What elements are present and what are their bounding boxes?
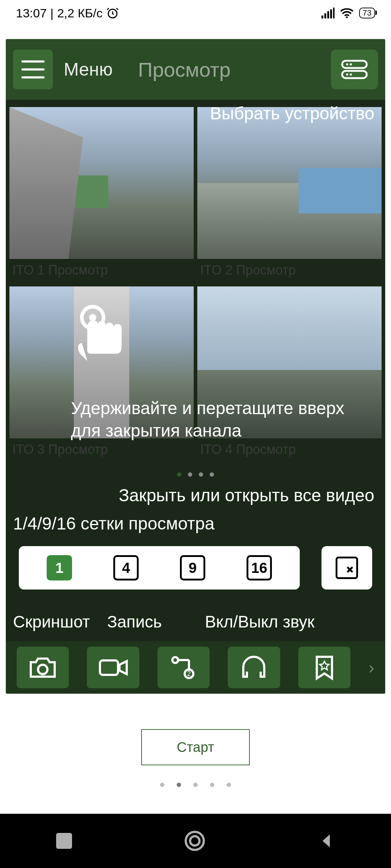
audio-button[interactable] bbox=[228, 647, 280, 688]
svg-rect-5 bbox=[333, 8, 335, 18]
hint-sound: Вкл/Выкл звук bbox=[205, 612, 315, 631]
start-button[interactable]: Старт bbox=[141, 729, 250, 765]
svg-point-13 bbox=[38, 665, 47, 674]
dot bbox=[188, 472, 192, 477]
favorite-button[interactable] bbox=[298, 647, 350, 688]
signal-icon bbox=[321, 8, 335, 18]
close-all-button[interactable] bbox=[321, 546, 372, 590]
android-nav-bar bbox=[0, 814, 391, 868]
camera-thumbnail bbox=[9, 107, 194, 259]
close-square-icon bbox=[336, 557, 358, 579]
camera-tile[interactable]: ITO 1 Просмотр bbox=[9, 107, 194, 283]
svg-rect-7 bbox=[342, 61, 367, 68]
video-icon bbox=[98, 658, 128, 678]
svg-text:2: 2 bbox=[187, 670, 191, 677]
svg-point-11 bbox=[346, 73, 348, 76]
stream-icon: 2 bbox=[170, 656, 197, 680]
hint-screenshot: Скриншот bbox=[13, 612, 90, 631]
record-button[interactable] bbox=[87, 647, 139, 688]
chevron-right-icon[interactable]: › bbox=[369, 658, 374, 677]
stream-quality-button[interactable]: 2 bbox=[157, 647, 210, 688]
action-bar: 2 › bbox=[6, 641, 385, 694]
svg-rect-14 bbox=[100, 660, 118, 675]
svg-point-12 bbox=[350, 73, 352, 76]
camera-label: ITO 1 Просмотр bbox=[9, 259, 194, 283]
svg-rect-8 bbox=[342, 71, 367, 78]
onboarding-dots bbox=[0, 783, 391, 787]
inner-page-dots bbox=[6, 472, 385, 477]
hint-hold-drag: Удерживайте и перетащите вверх для закры… bbox=[71, 397, 371, 442]
nav-recent-button[interactable] bbox=[56, 833, 72, 849]
device-list-icon bbox=[340, 59, 369, 80]
status-bar: 13:07 | 2,2 КБ/с bbox=[0, 0, 391, 26]
dot bbox=[177, 783, 181, 787]
dot bbox=[210, 472, 214, 477]
svg-rect-2 bbox=[324, 13, 326, 18]
dot bbox=[199, 472, 203, 477]
headphones-icon bbox=[240, 656, 268, 680]
camera-label: ITO 2 Просмотр bbox=[197, 259, 382, 283]
camera-icon bbox=[29, 656, 57, 679]
page-title: Просмотр bbox=[138, 58, 231, 81]
menu-button[interactable] bbox=[13, 50, 53, 89]
battery-pct: 73 bbox=[363, 8, 371, 18]
alarm-icon bbox=[106, 7, 119, 20]
dot bbox=[193, 783, 198, 787]
svg-point-15 bbox=[172, 657, 178, 663]
hint-close-open-all: Закрыть или открыть все видео bbox=[6, 485, 374, 505]
dot bbox=[160, 783, 164, 787]
svg-point-6 bbox=[346, 16, 348, 18]
screenshot-button[interactable] bbox=[17, 647, 69, 688]
menu-label: Меню bbox=[64, 59, 113, 80]
grid-4-button[interactable]: 4 bbox=[113, 555, 139, 580]
nav-back-button[interactable] bbox=[318, 832, 335, 850]
status-sep: | bbox=[50, 6, 54, 20]
svg-point-10 bbox=[350, 63, 352, 65]
svg-rect-3 bbox=[327, 11, 329, 18]
status-net-speed: 2,2 КБ/с bbox=[57, 6, 102, 20]
grid-9-button[interactable]: 9 bbox=[180, 555, 205, 580]
hint-record: Запись bbox=[107, 612, 162, 631]
status-right: 73 bbox=[321, 8, 375, 18]
dot bbox=[177, 472, 181, 477]
status-time: 13:07 bbox=[16, 6, 47, 20]
status-left: 13:07 | 2,2 КБ/с bbox=[16, 6, 119, 20]
grid-size-bar: 1 4 9 16 bbox=[19, 546, 372, 590]
grid-size-selector: 1 4 9 16 bbox=[19, 546, 300, 590]
wifi-icon bbox=[340, 8, 354, 18]
nav-home-button[interactable] bbox=[185, 831, 205, 851]
svg-rect-4 bbox=[330, 9, 332, 18]
svg-point-9 bbox=[346, 63, 348, 65]
camera-tile[interactable]: ITO 2 Просмотр bbox=[197, 107, 382, 283]
battery-icon: 73 bbox=[359, 8, 375, 18]
app-header: Меню Просмотр bbox=[6, 39, 385, 100]
svg-point-19 bbox=[89, 314, 96, 321]
camera-thumbnail bbox=[197, 107, 382, 259]
dot bbox=[227, 783, 231, 787]
start-button-label: Старт bbox=[177, 740, 214, 755]
device-list-button[interactable] bbox=[331, 50, 378, 89]
svg-rect-1 bbox=[321, 16, 323, 18]
grid-1-button[interactable]: 1 bbox=[47, 555, 72, 580]
dot bbox=[210, 783, 214, 787]
bookmark-star-icon bbox=[314, 655, 335, 681]
tap-hold-icon bbox=[67, 303, 125, 377]
hint-grid-sizes: 1/4/9/16 сетки просмотра bbox=[13, 514, 214, 533]
tutorial-card: Меню Просмотр ITO 1 Просмотр ITO 2 Просм… bbox=[6, 39, 385, 694]
hint-select-device: Выбрать устройство bbox=[210, 103, 374, 123]
grid-16-button[interactable]: 16 bbox=[247, 555, 272, 580]
